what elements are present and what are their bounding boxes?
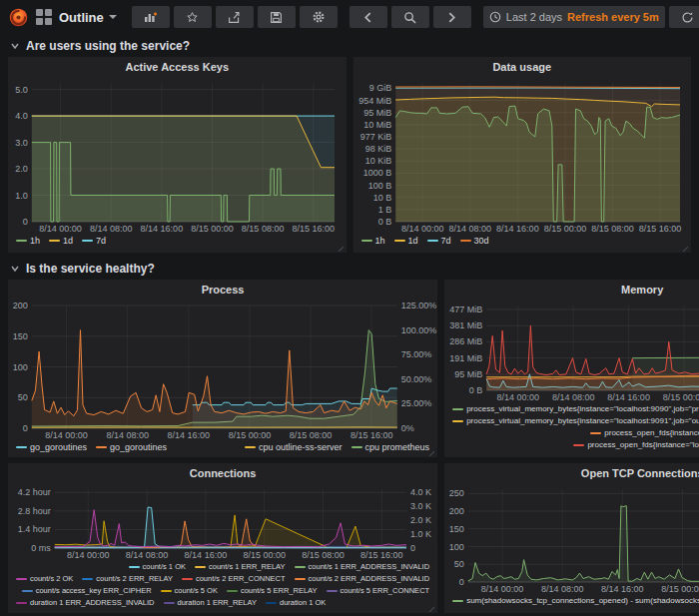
panel-title[interactable]: Data usage [353,57,692,77]
add-panel-button[interactable] [132,6,170,28]
legend-item[interactable]: go_goroutines [96,441,167,453]
legend-swatch [452,420,463,422]
legend-item[interactable]: count/s 1 OK [129,561,186,573]
chart-area[interactable]: 4.2 hour2.8 hour1.4 hour0 ms4.0 K3.0 K2.… [8,483,437,561]
legend-item[interactable]: 7d [82,235,106,247]
legend-item[interactable]: count/s 1 ERR_RELAY [195,561,286,573]
chart-area[interactable]: 2502001501005008/14 00:008/14 08:008/14 … [444,483,699,595]
time-picker-button[interactable]: Last 2 days Refresh every 5m [483,6,665,28]
legend-item[interactable]: process_open_fds{instance="localhost:909… [573,439,699,451]
legend-item[interactable]: count/s access_key ERR_CIPHER [22,585,152,597]
legend-label: process_virtual_memory_bytes{instance="l… [466,403,699,415]
x-axis-tick-label: 8/15 16:00 [293,224,336,234]
legend-item[interactable]: process_virtual_memory_bytes{instance="l… [452,415,699,427]
legend-item[interactable]: 30d [460,235,489,247]
toolbar: Last 2 days Refresh every 5m [124,6,699,28]
chart-area[interactable]: 477 MiB381 MiB286 MiB191 MiB95 MiB0 B200… [444,300,699,403]
x-axis-tick-label: 8/14 16:00 [496,224,539,234]
legend-row: sum(shadowsocks_tcp_connections_opened) … [452,595,699,607]
legend-swatch [327,590,338,592]
y-axis-tick-label: 1000 B [362,168,391,178]
legend-item[interactable]: go_goroutines [16,441,87,453]
legend-label: cpu outline-ss-server [259,441,343,453]
legend-item[interactable]: duration 1 ERR_ADDRESS_INVALID [16,597,155,609]
legend-item[interactable]: duration 1 OK [266,597,326,609]
x-axis-tick-label: 8/14 08:00 [552,392,595,402]
y-axis-tick-label: 10 KiB [364,156,391,166]
y-axis-tick-label: 200 [13,301,28,310]
share-button[interactable] [216,6,254,28]
section-header[interactable]: Are users using the service? [0,34,699,57]
legend-label: 1h [375,235,385,247]
clock-icon [489,11,501,23]
legend-item[interactable]: count/s 2 ERR_RELAY [82,573,173,585]
y-axis-tick-label: 1.4 hour [18,524,51,534]
legend-item[interactable]: 7d [427,235,451,247]
legend-item[interactable]: 1h [16,235,40,247]
legend-label: count/s 5 ERR_CONNECT [341,585,430,597]
chart-area[interactable]: 9 GiB954 MiB95 MiB10 MiB977 KiB98 KiB10 … [353,77,692,235]
legend-row: count/s 1 OKcount/s 1 ERR_RELAYcount/s 1… [16,561,429,573]
panel-row: Active Access Keys5.04.03.02.01.008/14 0… [0,57,699,257]
dashboards-grid-icon[interactable] [36,9,52,25]
legend-item[interactable]: sum(shadowsocks_tcp_connections_opened) … [452,595,699,607]
y-axis-tick-label: 4.0 [15,111,28,121]
legend-item[interactable]: duration 1 ERR_RELAY [164,597,258,609]
legend: process_virtual_memory_bytes{instance="l… [444,403,699,454]
dashboard-title-dropdown[interactable]: Outline [59,10,117,25]
refresh-button[interactable] [669,6,699,28]
legend-item[interactable]: count/s 5 ERR_CONNECT [327,585,430,597]
y-axis-tick-label: 0 [23,423,28,433]
x-axis-tick-label: 8/15 00:00 [243,550,286,560]
legend-item[interactable]: process_virtual_memory_bytes{instance="l… [452,403,699,415]
panel-title[interactable]: Open TCP Connections [444,463,699,483]
y2-axis-tick-label: 3.0 K [410,501,431,511]
time-forward-button[interactable] [433,6,471,28]
legend-item[interactable]: count/s 2 OK [16,573,73,585]
legend-item[interactable]: cpu outline-ss-server [245,441,343,453]
legend-swatch [427,240,438,242]
legend-label: count/s 2 ERR_RELAY [96,573,173,585]
legend-item[interactable]: count/s 5 ERR_RELAY [227,585,318,597]
grafana-logo-icon[interactable] [8,7,29,28]
legend-label: count/s 2 ERR_ADDRESS_INVALID [309,573,430,585]
legend-item[interactable]: count/s 2 ERR_CONNECT [182,573,286,585]
panel-title[interactable]: Active Access Keys [8,57,347,77]
save-button[interactable] [258,6,296,28]
star-button[interactable] [174,6,212,28]
legend-row: process_open_fds{instance="localhost:909… [452,439,699,451]
y-axis-tick-label: 100 [449,542,464,552]
legend-item[interactable]: count/s 2 ERR_ADDRESS_INVALID [295,573,430,585]
settings-button[interactable] [300,6,338,28]
chart-area[interactable]: 5.04.03.02.01.008/14 00:008/14 08:008/14… [8,77,347,235]
panel-title[interactable]: Connections [8,463,437,483]
legend-label: go_goroutines [110,441,167,453]
legend-item[interactable]: 1d [394,235,418,247]
y-axis-tick-label: 250 [449,488,464,498]
legend-swatch [22,590,33,592]
legend-item[interactable]: cpu prometheus [351,441,430,453]
legend-item[interactable]: count/s 1 ERR_ADDRESS_INVALID [295,561,430,573]
y2-axis-tick-label: 0 [410,543,415,553]
legend: 1h1d7d [8,235,347,250]
legend-row: process_open_fds{instance="localhost:909… [452,427,699,439]
legend-swatch [295,566,306,568]
legend-item[interactable]: 1h [361,235,385,247]
panel-title[interactable]: Memory [444,280,699,300]
legend-label: process_virtual_memory_bytes{instance="l… [466,415,699,427]
legend-item[interactable]: 1d [49,235,73,247]
legend-item[interactable]: count/s 5 OK [161,585,218,597]
legend-label: cpu prometheus [365,441,430,453]
zoom-out-button[interactable] [391,6,429,28]
legend-item[interactable]: process_open_fds{instance="localhost:909… [590,427,699,439]
legend-label: count/s 2 OK [30,573,73,585]
y-axis-tick-label: 10 MiB [363,120,391,130]
time-back-button[interactable] [350,6,387,28]
chart-area[interactable]: 200150100500125.00%100.00%75.00%50.00%25… [8,300,437,441]
y2-axis-tick-label: 4.0 K [410,487,431,497]
y-axis-tick-label: 10 B [372,193,391,203]
legend-label: 7d [441,235,451,247]
legend-swatch [245,446,256,448]
section-header[interactable]: Is the service healthy? [0,257,699,280]
panel-title[interactable]: Process [8,280,437,300]
